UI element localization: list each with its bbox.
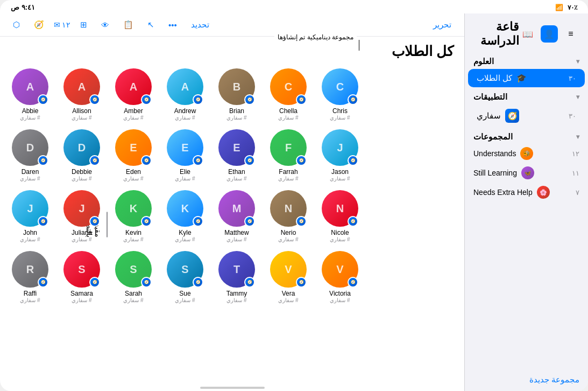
student-card[interactable]: T🧭Tammy# سفاري (215, 251, 258, 303)
safari-badge-icon: 🧭 (38, 216, 48, 227)
groups-section-header: ▾ المجموعات (465, 128, 588, 144)
student-card[interactable]: V🧭Vera# سفاري (267, 251, 310, 303)
student-name: Andrew (174, 107, 196, 115)
understands-avatar: 🐝 (520, 147, 533, 160)
all-students-icon: 🎓 (516, 73, 527, 83)
student-name: Raffi (24, 290, 37, 297)
student-card[interactable]: A🧭Amber# سفاري (112, 68, 155, 121)
student-card[interactable]: E🧭Ethan# سفاري (215, 129, 258, 181)
student-card[interactable]: A🧭Andrew# سفاري (164, 68, 207, 121)
location-button[interactable]: 🧭 (30, 18, 48, 32)
safari-badge-icon: 🧭 (193, 94, 203, 105)
all-students-label: كل الطلاب (477, 73, 512, 83)
safari-badge-icon: 🧭 (348, 155, 358, 166)
safari-badge-icon: 🧭 (348, 216, 358, 227)
student-card[interactable]: N🧭Nicole# سفاري (318, 190, 362, 242)
apps-chevron-icon[interactable]: ▾ (576, 93, 579, 101)
student-card[interactable]: D🧭Debbie# سفاري (60, 129, 103, 181)
clipboard-button[interactable]: 📋 (119, 18, 138, 32)
student-card[interactable]: C🧭Chris# سفاري (318, 68, 362, 121)
group-item-still-learning[interactable]: ١١ 🦋 Still Learning (465, 163, 588, 183)
student-app: # سفاري (278, 297, 298, 303)
more-options-button[interactable]: ••• (164, 18, 181, 32)
mail-count-button[interactable]: ١٢ ✉ (54, 20, 70, 29)
student-card[interactable]: S🧭Sue# سفاري (164, 251, 207, 303)
student-card[interactable]: K🧭Kevin# سفاري (112, 190, 155, 242)
science-section-header: ▾ العلوم (465, 52, 588, 68)
sidebar: ≡ 👤 📖 قاعة الدراسة ▾ العلوم ٣٠ 🎓 كل الطل… (464, 13, 588, 391)
safari-badge-icon: 🧭 (141, 155, 152, 166)
safari-badge-icon: 🧭 (296, 94, 307, 105)
group-item-needs-extra-help[interactable]: ٧ 🌸 Needs Extra Help (465, 183, 588, 202)
safari-badge-icon: 🧭 (89, 94, 100, 105)
student-row-1: J🧭Jason# سفاريF🧭Farrah# سفاريE🧭Ethan# سف… (9, 129, 456, 181)
student-app: # سفاري (330, 115, 350, 121)
safari-badge-icon: 🧭 (38, 155, 48, 166)
new-group-button[interactable]: مجموعة جديدة (465, 368, 588, 391)
student-name: Vera (282, 290, 295, 297)
sidebar-header: ≡ 👤 📖 قاعة الدراسة (465, 13, 588, 52)
sidebar-title: قاعة الدراسة (473, 20, 519, 48)
edit-button[interactable]: تحرير (429, 18, 456, 32)
battery-indicator: ٧٠٪ (568, 4, 577, 11)
student-name: Brian (229, 107, 244, 115)
student-name: Eden (126, 168, 141, 176)
student-app: # سفاري (175, 115, 195, 121)
cursor-button[interactable]: ↖ (143, 18, 159, 32)
student-card[interactable]: J🧭Jason# سفاري (318, 129, 362, 181)
safari-badge-icon: 🧭 (89, 277, 100, 288)
student-card[interactable]: J🧭John# سفاري (9, 190, 52, 242)
safari-badge-icon: 🧭 (296, 277, 307, 288)
safari-label: سفاري (477, 111, 501, 121)
sidebar-people-view-button[interactable]: 👤 (541, 25, 558, 43)
student-card[interactable]: C🧭Chella# سفاري (267, 68, 310, 121)
science-chevron-icon[interactable]: ▾ (576, 58, 579, 65)
student-app: # سفاري (20, 236, 40, 242)
student-app: # سفاري (330, 236, 350, 242)
layers-button[interactable]: ⬡ (9, 18, 24, 32)
student-card[interactable]: E🧭Eden# سفاري (112, 129, 155, 181)
student-card[interactable]: S🧭Sarah# سفاري (112, 251, 155, 303)
student-card[interactable]: D🧭Daren# سفاري (9, 129, 52, 181)
callout-line (359, 40, 359, 51)
safari-badge-icon: 🧭 (38, 277, 48, 288)
student-app: # سفاري (330, 297, 350, 303)
student-name: Matthew (224, 229, 249, 236)
student-name: Daren (22, 168, 39, 176)
student-card[interactable]: F🧭Farrah# سفاري (267, 129, 310, 181)
student-card[interactable]: E🧭Elie# سفاري (164, 129, 207, 181)
select-button[interactable]: تحديد (187, 18, 214, 32)
bottom-handle (0, 385, 464, 391)
student-app: # سفاري (123, 176, 143, 181)
student-card[interactable]: B🧭Brian# سفاري (215, 68, 258, 121)
student-name: Kevin (125, 229, 141, 236)
student-card[interactable]: R🧭Raffi# سفاري (9, 251, 52, 303)
student-app: # سفاري (20, 115, 40, 121)
student-card[interactable]: K🧭Kyle# سفاري (164, 190, 207, 242)
student-card[interactable]: A🧭Abbie# سفاري (9, 68, 52, 121)
toolbar-right: تحرير (429, 18, 456, 32)
sidebar-book-view-button[interactable]: 📖 (519, 25, 536, 43)
student-card[interactable]: M🧭Matthew# سفاري (215, 190, 258, 242)
group-item-understands[interactable]: ١٢ 🐝 Understands (465, 144, 588, 163)
sidebar-item-safari[interactable]: ٣٠ 🧭 سفاري (468, 104, 585, 127)
safari-badge-icon: 🧭 (141, 216, 152, 227)
student-card[interactable]: N🧭Nerio# سفاري (267, 190, 310, 242)
student-card[interactable]: A🧭Allison# سفاري (60, 68, 103, 121)
groups-chevron-icon[interactable]: ▾ (576, 133, 579, 141)
student-card[interactable]: S🧭Samara# سفاري (60, 251, 103, 303)
student-name: Samara (70, 290, 93, 297)
student-app: # سفاري (278, 236, 298, 242)
hide-button[interactable]: 👁 (97, 18, 114, 32)
all-students-count: ٣٠ (569, 74, 576, 82)
student-name: John (23, 229, 37, 236)
group-button[interactable]: ⊞ (76, 18, 91, 32)
student-name: Victoria (329, 290, 351, 297)
sidebar-item-all-students[interactable]: ٣٠ 🎓 كل الطلاب (468, 69, 585, 87)
still-learning-avatar: 🦋 (521, 166, 534, 179)
wifi-icon: 📶 (555, 4, 563, 11)
safari-badge-icon: 🧭 (348, 277, 358, 288)
safari-badge-icon: 🧭 (244, 94, 255, 105)
sidebar-list-view-button[interactable]: ≡ (562, 25, 579, 43)
student-card[interactable]: V🧭Victoria# سفاري (318, 251, 362, 303)
